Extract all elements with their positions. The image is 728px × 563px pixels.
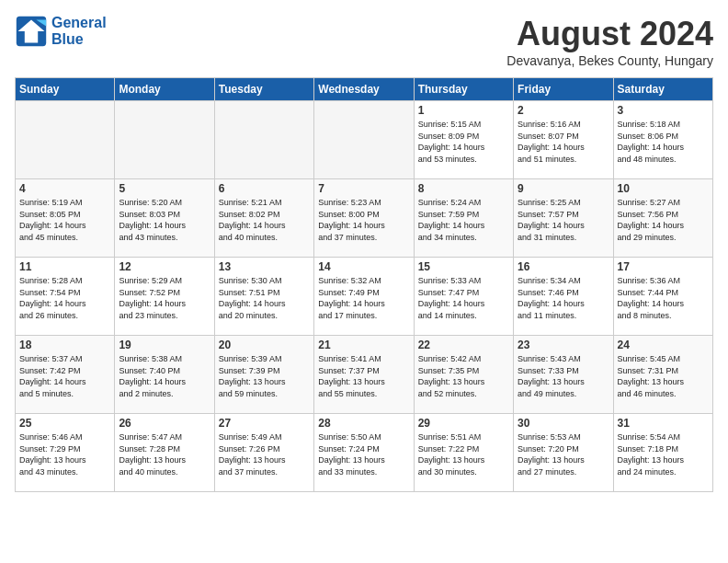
- day-number: 9: [518, 182, 609, 195]
- day-number: 17: [618, 260, 709, 273]
- day-number: 13: [219, 260, 310, 273]
- logo-icon: [15, 15, 48, 48]
- calendar-day: 1Sunrise: 5:15 AM Sunset: 8:09 PM Daylig…: [414, 101, 513, 179]
- logo: General Blue: [15, 15, 107, 48]
- calendar-day: 8Sunrise: 5:24 AM Sunset: 7:59 PM Daylig…: [414, 179, 513, 258]
- day-info: Sunrise: 5:34 AM Sunset: 7:46 PM Dayligh…: [518, 275, 609, 321]
- day-info: Sunrise: 5:37 AM Sunset: 7:42 PM Dayligh…: [19, 353, 110, 399]
- calendar-week-1: 1Sunrise: 5:15 AM Sunset: 8:09 PM Daylig…: [16, 101, 713, 179]
- calendar-day: 13Sunrise: 5:30 AM Sunset: 7:51 PM Dayli…: [214, 258, 313, 336]
- day-info: Sunrise: 5:23 AM Sunset: 8:00 PM Dayligh…: [318, 197, 409, 243]
- day-info: Sunrise: 5:41 AM Sunset: 7:37 PM Dayligh…: [318, 353, 409, 399]
- calendar-header-sunday: Sunday: [16, 78, 115, 101]
- day-info: Sunrise: 5:43 AM Sunset: 7:33 PM Dayligh…: [518, 353, 609, 399]
- calendar-day: 19Sunrise: 5:38 AM Sunset: 7:40 PM Dayli…: [115, 336, 214, 414]
- calendar-day: 14Sunrise: 5:32 AM Sunset: 7:49 PM Dayli…: [314, 258, 414, 336]
- day-number: 25: [19, 417, 110, 430]
- day-info: Sunrise: 5:33 AM Sunset: 7:47 PM Dayligh…: [418, 275, 509, 321]
- page: General Blue August 2024 Devavanya, Beke…: [0, 0, 728, 500]
- calendar-week-5: 25Sunrise: 5:46 AM Sunset: 7:29 PM Dayli…: [16, 414, 713, 492]
- calendar-header-tuesday: Tuesday: [214, 78, 313, 101]
- day-number: 23: [518, 339, 609, 351]
- month-title: August 2024: [506, 15, 713, 53]
- day-number: 8: [418, 182, 509, 195]
- day-number: 5: [119, 182, 210, 195]
- calendar-day: 3Sunrise: 5:18 AM Sunset: 8:06 PM Daylig…: [613, 101, 712, 179]
- calendar-day: 11Sunrise: 5:28 AM Sunset: 7:54 PM Dayli…: [16, 258, 115, 336]
- calendar-header-saturday: Saturday: [613, 78, 712, 101]
- location: Devavanya, Bekes County, Hungary: [506, 53, 713, 68]
- calendar-day: [214, 101, 313, 179]
- day-number: 4: [19, 182, 110, 195]
- day-number: 21: [318, 339, 409, 351]
- day-number: 22: [418, 339, 509, 351]
- calendar-week-4: 18Sunrise: 5:37 AM Sunset: 7:42 PM Dayli…: [16, 336, 713, 414]
- day-info: Sunrise: 5:32 AM Sunset: 7:49 PM Dayligh…: [318, 275, 409, 321]
- day-info: Sunrise: 5:19 AM Sunset: 8:05 PM Dayligh…: [19, 197, 110, 243]
- day-info: Sunrise: 5:45 AM Sunset: 7:31 PM Dayligh…: [618, 353, 709, 399]
- calendar-day: 2Sunrise: 5:16 AM Sunset: 8:07 PM Daylig…: [514, 101, 613, 179]
- logo-text: General Blue: [51, 15, 107, 48]
- day-number: 26: [119, 417, 210, 430]
- day-info: Sunrise: 5:16 AM Sunset: 8:07 PM Dayligh…: [518, 119, 609, 165]
- day-number: 1: [418, 104, 509, 117]
- day-info: Sunrise: 5:21 AM Sunset: 8:02 PM Dayligh…: [219, 197, 310, 243]
- calendar-day: 22Sunrise: 5:42 AM Sunset: 7:35 PM Dayli…: [414, 336, 513, 414]
- calendar-day: 9Sunrise: 5:25 AM Sunset: 7:57 PM Daylig…: [514, 179, 613, 258]
- day-info: Sunrise: 5:30 AM Sunset: 7:51 PM Dayligh…: [219, 275, 310, 321]
- day-info: Sunrise: 5:46 AM Sunset: 7:29 PM Dayligh…: [19, 431, 110, 477]
- calendar-day: [16, 101, 115, 179]
- day-number: 6: [219, 182, 310, 195]
- day-number: 16: [518, 260, 609, 273]
- day-info: Sunrise: 5:49 AM Sunset: 7:26 PM Dayligh…: [219, 431, 310, 477]
- day-number: 29: [418, 417, 509, 430]
- day-number: 30: [518, 417, 609, 430]
- calendar-header-wednesday: Wednesday: [314, 78, 414, 101]
- day-number: 12: [119, 260, 210, 273]
- calendar-day: 15Sunrise: 5:33 AM Sunset: 7:47 PM Dayli…: [414, 258, 513, 336]
- calendar-day: 7Sunrise: 5:23 AM Sunset: 8:00 PM Daylig…: [314, 179, 414, 258]
- calendar-day: 24Sunrise: 5:45 AM Sunset: 7:31 PM Dayli…: [613, 336, 712, 414]
- day-info: Sunrise: 5:28 AM Sunset: 7:54 PM Dayligh…: [19, 275, 110, 321]
- day-number: 27: [219, 417, 310, 430]
- day-info: Sunrise: 5:29 AM Sunset: 7:52 PM Dayligh…: [119, 275, 210, 321]
- day-number: 24: [618, 339, 709, 351]
- day-number: 7: [318, 182, 409, 195]
- title-block: August 2024 Devavanya, Bekes County, Hun…: [506, 15, 713, 68]
- day-info: Sunrise: 5:20 AM Sunset: 8:03 PM Dayligh…: [119, 197, 210, 243]
- day-number: 15: [418, 260, 509, 273]
- day-info: Sunrise: 5:50 AM Sunset: 7:24 PM Dayligh…: [318, 431, 409, 477]
- calendar-day: 30Sunrise: 5:53 AM Sunset: 7:20 PM Dayli…: [514, 414, 613, 492]
- day-number: 3: [618, 104, 709, 117]
- calendar-day: [314, 101, 414, 179]
- calendar-header-thursday: Thursday: [414, 78, 513, 101]
- calendar-header-row: SundayMondayTuesdayWednesdayThursdayFrid…: [16, 78, 713, 101]
- day-info: Sunrise: 5:42 AM Sunset: 7:35 PM Dayligh…: [418, 353, 509, 399]
- day-number: 31: [618, 417, 709, 430]
- day-number: 2: [518, 104, 609, 117]
- day-info: Sunrise: 5:24 AM Sunset: 7:59 PM Dayligh…: [418, 197, 509, 243]
- day-info: Sunrise: 5:25 AM Sunset: 7:57 PM Dayligh…: [518, 197, 609, 243]
- day-info: Sunrise: 5:18 AM Sunset: 8:06 PM Dayligh…: [618, 119, 709, 165]
- day-info: Sunrise: 5:15 AM Sunset: 8:09 PM Dayligh…: [418, 119, 509, 165]
- calendar-day: 27Sunrise: 5:49 AM Sunset: 7:26 PM Dayli…: [214, 414, 313, 492]
- day-info: Sunrise: 5:38 AM Sunset: 7:40 PM Dayligh…: [119, 353, 210, 399]
- day-number: 20: [219, 339, 310, 351]
- day-info: Sunrise: 5:51 AM Sunset: 7:22 PM Dayligh…: [418, 431, 509, 477]
- calendar-day: 31Sunrise: 5:54 AM Sunset: 7:18 PM Dayli…: [613, 414, 712, 492]
- calendar-week-3: 11Sunrise: 5:28 AM Sunset: 7:54 PM Dayli…: [16, 258, 713, 336]
- calendar-day: 29Sunrise: 5:51 AM Sunset: 7:22 PM Dayli…: [414, 414, 513, 492]
- header: General Blue August 2024 Devavanya, Beke…: [15, 15, 713, 68]
- calendar-day: 26Sunrise: 5:47 AM Sunset: 7:28 PM Dayli…: [115, 414, 214, 492]
- calendar-day: 12Sunrise: 5:29 AM Sunset: 7:52 PM Dayli…: [115, 258, 214, 336]
- calendar-day: [115, 101, 214, 179]
- calendar-day: 17Sunrise: 5:36 AM Sunset: 7:44 PM Dayli…: [613, 258, 712, 336]
- day-info: Sunrise: 5:39 AM Sunset: 7:39 PM Dayligh…: [219, 353, 310, 399]
- calendar-day: 4Sunrise: 5:19 AM Sunset: 8:05 PM Daylig…: [16, 179, 115, 258]
- calendar-day: 20Sunrise: 5:39 AM Sunset: 7:39 PM Dayli…: [214, 336, 313, 414]
- day-info: Sunrise: 5:54 AM Sunset: 7:18 PM Dayligh…: [618, 431, 709, 477]
- calendar-day: 25Sunrise: 5:46 AM Sunset: 7:29 PM Dayli…: [16, 414, 115, 492]
- calendar: SundayMondayTuesdayWednesdayThursdayFrid…: [15, 77, 713, 492]
- day-number: 18: [19, 339, 110, 351]
- calendar-day: 23Sunrise: 5:43 AM Sunset: 7:33 PM Dayli…: [514, 336, 613, 414]
